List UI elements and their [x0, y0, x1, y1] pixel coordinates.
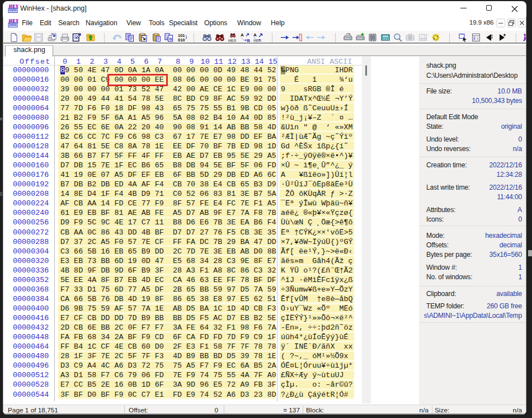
svg-text:A: A: [253, 32, 257, 37]
svg-text:HEX: HEX: [8, 4, 18, 9]
svg-text:HEX: HEX: [8, 18, 18, 24]
svg-text:HEX: HEX: [228, 39, 237, 43]
svg-text:HEX: HEX: [253, 39, 262, 43]
svg-text:b: b: [170, 36, 172, 41]
svg-text:010: 010: [178, 37, 185, 43]
svg-text:A: A: [241, 32, 244, 37]
